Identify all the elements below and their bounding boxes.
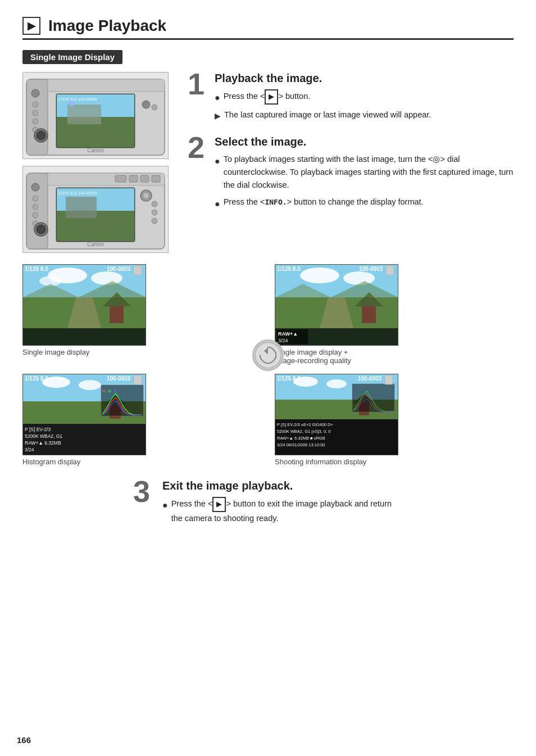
svg-rect-104	[352, 384, 394, 412]
svg-text:P  [S] EV-2/3: P [S] EV-2/3	[25, 427, 51, 432]
step-1-block: 1 Playback the image. ● Press the <▶> bu…	[188, 72, 514, 122]
svg-text:1/125  8.0       100-0003: 1/125 8.0 100-0003	[58, 191, 97, 196]
svg-rect-41	[129, 175, 138, 182]
display-mode-quality-label: Single image display + Image-recording q…	[275, 348, 351, 365]
svg-rect-40	[115, 175, 126, 182]
svg-point-39	[37, 225, 46, 234]
svg-text:1/125  8.0: 1/125 8.0	[277, 375, 301, 382]
step-3-body: ● Press the <▶> button to exit the image…	[162, 497, 403, 525]
svg-text:1/125  8.0: 1/125 8.0	[25, 266, 48, 272]
svg-text:Canon: Canon	[87, 147, 104, 153]
svg-rect-59	[134, 266, 142, 275]
svg-point-14	[142, 101, 150, 108]
svg-point-80	[79, 380, 101, 390]
svg-text:1/125  8.0: 1/125 8.0	[277, 266, 301, 272]
display-mode-single: 1/125 8.0 100-0003 Single image display	[22, 264, 261, 365]
svg-rect-8	[69, 102, 74, 106]
svg-text:100-0003: 100-0003	[359, 266, 383, 272]
svg-rect-42	[140, 175, 149, 182]
svg-text:1/125  8.0       100-0003: 1/125 8.0 100-0003	[58, 97, 97, 102]
display-mode-quality: 1/125 8.0 100-0003 RAW+▲ 3/24 Single ima…	[275, 264, 514, 365]
svg-text:RAW+▲: RAW+▲	[278, 331, 298, 337]
svg-text:R: R	[102, 388, 106, 393]
svg-rect-7	[67, 105, 101, 124]
step-2-body: ● To playback images starting with the l…	[215, 153, 514, 211]
svg-point-63	[343, 271, 375, 285]
svg-point-33	[143, 193, 149, 198]
page-number: 166	[17, 735, 31, 745]
step-3-title: Exit the image playback.	[162, 479, 403, 492]
shooting-info-screen: 1/125 8.0 100-0003 P [S] EV-2/3 ±E+2 ISO…	[275, 374, 398, 455]
step-1-bullet-2: ▶ The last captured image or last image …	[215, 108, 514, 122]
display-mode-histogram: R G B 1/125 8.0 100-0003 P [S] EV-2/3 52…	[22, 374, 261, 466]
page-header: ▶ Image Playback	[22, 17, 514, 40]
bullet-dot-2: ●	[215, 154, 220, 169]
step-1-number: 1	[188, 69, 205, 99]
svg-rect-43	[152, 175, 160, 182]
svg-text:5200K  WBA2, G1  [±S]3, 0, 0: 5200K WBA2, G1 [±S]3, 0, 0	[277, 429, 330, 434]
bullet-dot-1: ●	[215, 90, 220, 105]
svg-text:RAW+▲  6.32MB  ■ sRGB: RAW+▲ 6.32MB ■ sRGB	[277, 436, 325, 441]
svg-rect-66	[362, 306, 376, 323]
svg-text:100-0003: 100-0003	[107, 375, 131, 382]
svg-point-11	[33, 110, 38, 116]
svg-text:5200K  WBA2, G1: 5200K WBA2, G1	[25, 433, 62, 439]
camera-image-1: 1/125 8.0 100-0003 Canon	[22, 72, 169, 159]
svg-text:B: B	[113, 388, 116, 393]
svg-point-99	[326, 379, 347, 388]
svg-text:P  [S] EV-2/3  ±E+2  ISO400  D: P [S] EV-2/3 ±E+2 ISO400 D+	[277, 422, 333, 427]
svg-rect-56	[23, 328, 146, 345]
display-mode-shooting-label: Shooting information display	[275, 458, 366, 466]
svg-point-18	[37, 131, 46, 140]
step-2-title: Select the image.	[215, 135, 514, 148]
svg-point-36	[152, 218, 157, 224]
bullet-dot-3: ●	[215, 197, 220, 211]
step-2-bullet-2: ● Press the <INFO.> button to change the…	[215, 196, 514, 211]
svg-point-28	[33, 196, 38, 201]
step-3-bullet-1-text: Press the <▶> button to exit the image p…	[171, 497, 403, 525]
svg-point-35	[152, 210, 157, 215]
step-3-number: 3	[133, 476, 150, 506]
step-1-body: ● Press the <▶> button. ▶ The last captu…	[215, 89, 514, 122]
svg-rect-2	[48, 79, 165, 92]
bullet-dot-4: ●	[162, 498, 168, 513]
svg-rect-52	[110, 306, 124, 323]
svg-point-27	[31, 183, 39, 191]
svg-text:1/125  8.0: 1/125 8.0	[25, 375, 48, 382]
svg-point-48	[91, 271, 122, 285]
svg-point-9	[31, 89, 39, 97]
step-3-inner: 3 Exit the image playback. ● Press the <…	[133, 479, 403, 528]
step-2-bullet-1: ● To playback images starting with the l…	[215, 153, 514, 192]
svg-point-29	[33, 204, 38, 210]
svg-text:100-0003: 100-0003	[358, 375, 382, 382]
svg-text:Canon: Canon	[87, 241, 104, 247]
top-section: 1/125 8.0 100-0003 Canon	[22, 72, 514, 253]
svg-point-10	[33, 102, 38, 107]
step-1-title: Playback the image.	[215, 72, 514, 85]
svg-text:G: G	[108, 388, 111, 393]
camera-images-col: 1/125 8.0 100-0003 Canon	[22, 72, 174, 253]
histogram-screen: R G B 1/125 8.0 100-0003 P [S] EV-2/3 52…	[22, 374, 146, 455]
bullet-arrow-1: ▶	[215, 110, 221, 122]
camera-image-2: 1/125 8.0 100-0003 Canon	[22, 166, 169, 253]
svg-point-30	[33, 212, 38, 218]
svg-text:RAW+▲  6.32MB: RAW+▲ 6.32MB	[25, 440, 61, 446]
page-title: Image Playback	[48, 17, 166, 35]
single-screen: 1/125 8.0 100-0003	[22, 264, 146, 346]
steps-col: 1 Playback the image. ● Press the <▶> bu…	[188, 72, 514, 253]
display-mode-single-label: Single image display	[22, 348, 89, 356]
section-label: Single Image Display	[22, 50, 514, 72]
step-3-bullet-1: ● Press the <▶> button to exit the image…	[162, 497, 403, 525]
display-mode-shooting-info: 1/125 8.0 100-0003 P [S] EV-2/3 ±E+2 ISO…	[275, 374, 514, 466]
step-2-bullet-2-text: Press the <INFO.> button to change the d…	[224, 196, 424, 209]
svg-point-15	[152, 105, 157, 110]
svg-text:3/24       08/31/2009 13:10:00: 3/24 08/31/2009 13:10:00	[277, 442, 325, 447]
svg-point-62	[300, 268, 339, 283]
cycle-arrow-icon	[252, 339, 284, 371]
display-mode-histogram-label: Histogram display	[22, 458, 80, 466]
step-2-number: 2	[188, 132, 205, 162]
svg-rect-26	[66, 197, 97, 218]
step-2-block: 2 Select the image. ● To playback images…	[188, 135, 514, 211]
step-1-bullet-1-text: Press the <▶> button.	[224, 89, 311, 105]
svg-text:3/24: 3/24	[25, 447, 34, 452]
